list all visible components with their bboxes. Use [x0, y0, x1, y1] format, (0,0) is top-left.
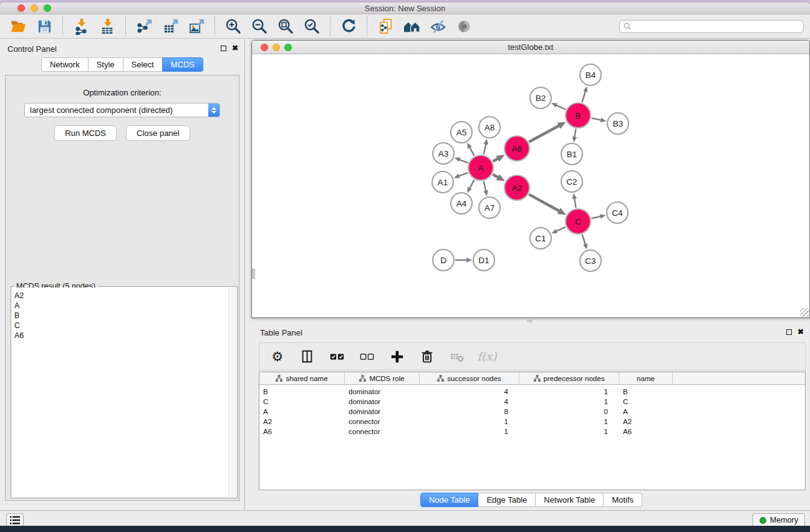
graph-edge-A-A5[interactable]	[469, 147, 474, 156]
table-cell[interactable]: 1	[420, 428, 519, 435]
network-zoom-button[interactable]	[284, 44, 292, 51]
add-column-icon[interactable]	[389, 349, 405, 365]
refresh-icon[interactable]	[339, 17, 358, 36]
float-table-panel-icon[interactable]	[786, 329, 792, 335]
table-cell[interactable]: 1	[519, 388, 619, 395]
graph-edge-A-A7[interactable]	[484, 181, 486, 191]
table-cell[interactable]: connector	[345, 428, 420, 435]
graph-node-A4[interactable]: A4	[451, 193, 472, 214]
table-cell[interactable]: 1	[519, 398, 619, 405]
column-header-shared-name[interactable]: shared name	[259, 372, 345, 384]
table-cell[interactable]: B	[619, 388, 673, 395]
zoom-in-icon[interactable]	[224, 17, 243, 36]
close-panel-icon[interactable]: ✖	[232, 44, 238, 52]
table-cell[interactable]: A6	[619, 428, 673, 435]
column-header-MCDS-role[interactable]: MCDS role	[345, 372, 420, 384]
open-session-icon[interactable]	[9, 17, 27, 36]
table-cell[interactable]: 0	[519, 408, 619, 415]
graph-node-C4[interactable]: C4	[607, 202, 628, 223]
table-row[interactable]: Bdominator41B	[259, 387, 805, 397]
tab-node-table[interactable]: Node Table	[420, 493, 479, 507]
graph-node-C3[interactable]: C3	[580, 250, 601, 271]
graph-edge-A-A4[interactable]	[469, 180, 474, 189]
graph-node-B2[interactable]: B2	[530, 87, 551, 109]
run-mcds-button[interactable]: Run MCDS	[54, 125, 117, 141]
mcds-result-item[interactable]: B	[14, 311, 226, 321]
graph-node-A1[interactable]: A1	[432, 172, 453, 193]
import-table-icon[interactable]	[98, 17, 117, 36]
table-row[interactable]: Cdominator41C	[259, 397, 805, 407]
show-panels-list-button[interactable]	[6, 513, 24, 526]
table-cell[interactable]: A6	[259, 428, 345, 435]
deselect-all-columns-icon[interactable]	[359, 349, 375, 365]
column-header-successor-nodes[interactable]: successor nodes	[420, 372, 519, 384]
export-table-icon[interactable]	[161, 17, 180, 36]
mcds-result-item[interactable]: C	[14, 321, 226, 331]
tab-mcds[interactable]: MCDS	[162, 57, 203, 72]
tab-motifs[interactable]: Motifs	[603, 493, 642, 507]
table-cell[interactable]: C	[619, 398, 673, 405]
zoom-selected-icon[interactable]	[302, 17, 321, 36]
tab-network-table[interactable]: Network Table	[535, 493, 604, 507]
new-network-from-selection-icon[interactable]	[376, 17, 395, 36]
table-cell[interactable]: dominator	[345, 398, 420, 405]
table-row[interactable]: A2connector11A2	[259, 417, 805, 427]
network-minimize-button[interactable]	[272, 44, 280, 51]
graph-edge-A-A3[interactable]	[458, 159, 468, 163]
memory-button[interactable]: Memory	[753, 513, 805, 527]
graph-edge-A2-C[interactable]	[529, 195, 560, 211]
graph-node-C2[interactable]: C2	[561, 171, 582, 192]
graph-node-A8[interactable]: A8	[479, 117, 500, 138]
tab-network[interactable]: Network	[41, 57, 89, 72]
table-cell[interactable]: 4	[420, 388, 519, 395]
mcds-result-item[interactable]: A	[14, 301, 226, 311]
export-network-icon[interactable]	[135, 17, 153, 36]
show-columns-icon[interactable]	[299, 349, 316, 365]
export-image-icon[interactable]	[187, 17, 206, 36]
graph-edge-A-A1[interactable]	[458, 173, 468, 177]
network-window-resize-grip[interactable]	[800, 308, 809, 317]
zoom-out-icon[interactable]	[250, 17, 269, 36]
show-all-eye-icon[interactable]	[455, 17, 473, 36]
graph-node-D1[interactable]: D1	[473, 249, 494, 271]
table-cell[interactable]: dominator	[345, 388, 420, 395]
network-close-button[interactable]	[261, 44, 268, 51]
graph-node-A[interactable]: A	[468, 155, 493, 180]
tab-edge-table[interactable]: Edge Table	[478, 493, 536, 507]
graph-node-B[interactable]: B	[566, 103, 591, 128]
minimize-window-button[interactable]	[31, 4, 38, 12]
close-panel-button[interactable]: Close panel	[126, 125, 190, 141]
table-cell[interactable]: A2	[619, 418, 673, 425]
graph-edge-A6-B[interactable]	[529, 125, 560, 142]
select-all-columns-icon[interactable]	[329, 349, 345, 365]
close-window-button[interactable]	[17, 4, 25, 12]
graph-edge-B-B4[interactable]	[582, 90, 586, 102]
graph-node-A3[interactable]: A3	[433, 143, 454, 164]
canvas-left-splitter-handle[interactable]	[252, 269, 255, 279]
column-header-name[interactable]: name	[619, 372, 673, 384]
table-cell[interactable]: 1	[519, 428, 619, 435]
mcds-result-item[interactable]: A2	[14, 291, 226, 301]
graph-edge-C-C1[interactable]	[556, 227, 566, 231]
delete-column-trash-icon[interactable]	[419, 349, 435, 365]
table-cell[interactable]: 1	[420, 418, 519, 425]
graph-node-A7[interactable]: A7	[479, 197, 500, 218]
hide-selected-eye-slash-icon[interactable]	[428, 17, 447, 36]
graph-edge-C-C4[interactable]	[591, 216, 601, 219]
graph-node-B4[interactable]: B4	[580, 64, 601, 85]
network-canvas[interactable]: B4B2BB3A5A8A6B1A3AA1C2A2A4A7C4CC1C3DD1	[252, 54, 809, 317]
graph-node-B3[interactable]: B3	[607, 113, 629, 134]
graph-edge-B-B3[interactable]	[592, 118, 602, 120]
import-network-icon[interactable]	[72, 17, 90, 36]
graph-node-C[interactable]: C	[566, 209, 591, 234]
zoom-window-button[interactable]	[44, 4, 51, 12]
column-header-predecessor-nodes[interactable]: predecessor nodes	[519, 372, 619, 384]
table-cell[interactable]: dominator	[345, 408, 420, 415]
save-session-icon[interactable]	[35, 17, 54, 36]
table-cell[interactable]: 4	[420, 398, 519, 405]
tab-select[interactable]: Select	[123, 57, 163, 72]
first-neighbors-houses-icon[interactable]	[402, 17, 421, 36]
float-panel-icon[interactable]	[221, 46, 226, 51]
table-cell[interactable]: B	[259, 388, 345, 395]
graph-edge-C-C2[interactable]	[574, 198, 576, 208]
